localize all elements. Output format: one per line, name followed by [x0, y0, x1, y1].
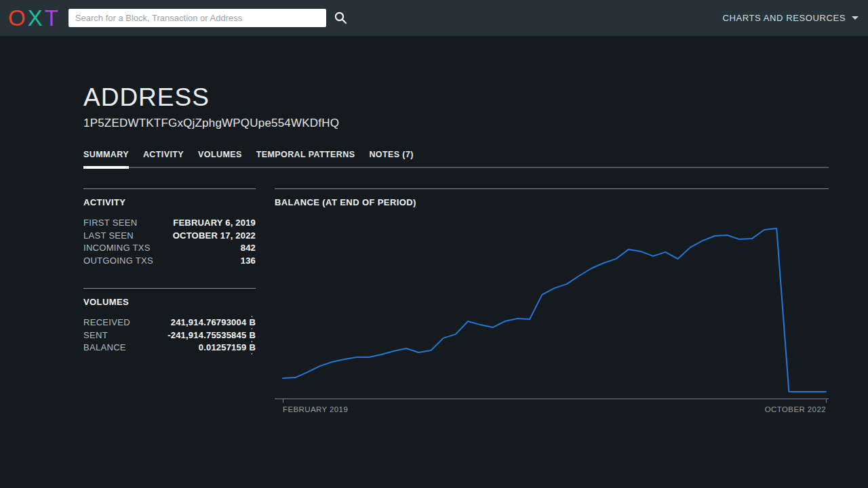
- btc-symbol: B: [249, 329, 256, 342]
- x-axis-label-end: OCTOBER 2022: [765, 405, 826, 413]
- main-content: ADDRESS 1P5ZEDWTKTFGxQjZphgWPQUpe554WKDf…: [83, 83, 829, 420]
- search-icon: [334, 11, 348, 25]
- incoming-txs-label: INCOMING TXS: [83, 242, 151, 255]
- search-input[interactable]: [68, 9, 326, 27]
- logo-letter-t: T: [45, 7, 60, 29]
- row-outgoing-txs: OUTGOING TXS 136: [83, 255, 256, 268]
- logo-letter-o: O: [8, 7, 28, 29]
- first-seen-label: FIRST SEEN: [83, 217, 137, 230]
- outgoing-txs-value: 136: [241, 255, 256, 268]
- balance-value: 0.01257159B: [199, 342, 256, 354]
- oxt-logo[interactable]: O X T: [8, 7, 60, 29]
- charts-and-resources-label: CHARTS AND RESOURCES: [722, 13, 846, 23]
- balance-label: BALANCE: [83, 342, 126, 354]
- first-seen-value: FEBRUARY 6, 2019: [173, 217, 256, 230]
- row-balance: BALANCE 0.01257159B: [83, 342, 256, 354]
- page-title: ADDRESS: [83, 83, 829, 112]
- summary-right-column: BALANCE (AT END OF PERIOD) FEBRUARY 2019…: [275, 188, 829, 420]
- received-value: 241,914.76793004B: [171, 317, 256, 329]
- x-axis-label-start: FEBRUARY 2019: [283, 405, 348, 413]
- balance-line: [283, 228, 826, 392]
- summary-left-column: ACTIVITY FIRST SEEN FEBRUARY 6, 2019 LAS…: [83, 188, 256, 354]
- row-sent: SENT -241,914.75535845B: [83, 329, 256, 342]
- received-label: RECEIVED: [83, 317, 130, 329]
- search-button[interactable]: [331, 8, 351, 28]
- last-seen-label: LAST SEEN: [83, 230, 134, 243]
- tab-activity[interactable]: ACTIVITY: [143, 150, 184, 167]
- volumes-panel: VOLUMES RECEIVED 241,914.76793004B SENT …: [83, 288, 256, 354]
- tab-summary[interactable]: SUMMARY: [83, 150, 129, 167]
- row-incoming-txs: INCOMING TXS 842: [83, 242, 256, 255]
- balance-chart-panel: BALANCE (AT END OF PERIOD) FEBRUARY 2019…: [275, 188, 829, 420]
- logo-letter-x: X: [28, 7, 45, 29]
- incoming-txs-value: 842: [241, 242, 256, 255]
- outgoing-txs-label: OUTGOING TXS: [83, 255, 153, 268]
- topbar: O X T CHARTS AND RESOURCES: [0, 0, 868, 37]
- balance-chart-svg[interactable]: FEBRUARY 2019 OCTOBER 2022: [275, 217, 829, 420]
- address-value: 1P5ZEDWTKTFGxQjZphgWPQUpe554WKDfHQ: [83, 117, 829, 130]
- chevron-down-icon: [852, 16, 859, 20]
- tab-volumes[interactable]: VOLUMES: [198, 150, 242, 167]
- sent-label: SENT: [83, 329, 108, 342]
- balance-chart-title: BALANCE (AT END OF PERIOD): [275, 197, 829, 207]
- last-seen-value: OCTOBER 17, 2022: [173, 230, 256, 243]
- volumes-panel-title: VOLUMES: [83, 297, 256, 307]
- row-received: RECEIVED 241,914.76793004B: [83, 317, 256, 329]
- charts-and-resources-menu[interactable]: CHARTS AND RESOURCES: [722, 13, 859, 23]
- tab-temporal-patterns[interactable]: TEMPORAL PATTERNS: [256, 150, 355, 167]
- activity-panel: ACTIVITY FIRST SEEN FEBRUARY 6, 2019 LAS…: [83, 188, 256, 267]
- tab-bar: SUMMARY ACTIVITY VOLUMES TEMPORAL PATTER…: [83, 150, 829, 168]
- btc-symbol: B: [249, 342, 256, 354]
- tab-notes[interactable]: NOTES (7): [369, 150, 413, 167]
- activity-panel-title: ACTIVITY: [83, 197, 256, 207]
- search-form: [68, 8, 351, 28]
- row-last-seen: LAST SEEN OCTOBER 17, 2022: [83, 230, 256, 243]
- sent-value: -241,914.75535845B: [167, 329, 256, 342]
- btc-symbol: B: [249, 317, 256, 329]
- row-first-seen: FIRST SEEN FEBRUARY 6, 2019: [83, 217, 256, 230]
- page-head: ADDRESS 1P5ZEDWTKTFGxQjZphgWPQUpe554WKDf…: [83, 83, 829, 130]
- summary-content: ACTIVITY FIRST SEEN FEBRUARY 6, 2019 LAS…: [83, 188, 829, 420]
